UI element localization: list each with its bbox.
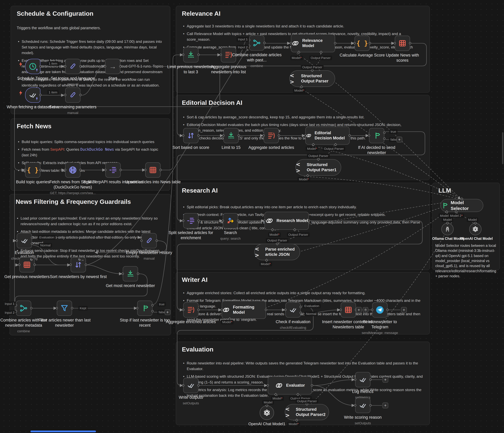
output-label: Evaluation xyxy=(303,304,321,308)
node-sort-based-on-score[interactable]: Sort based on score xyxy=(183,128,198,143)
node-get-most-recent-newsletter[interactable]: Get most recent newsletter xyxy=(123,266,138,281)
node-ollama-chat-model[interactable] xyxy=(441,223,454,235)
node-write-scoring-reason[interactable]: Write scoring reasonsetOutputs xyxy=(355,398,370,413)
table-icon xyxy=(398,39,406,47)
workflow-canvas[interactable]: Schedule & Configuration Triggers the wo… xyxy=(0,0,504,433)
connection-count-label: 1 item xyxy=(47,61,59,66)
bullet: Load prior context per topic/model: Eval… xyxy=(16,216,165,227)
node-set-remaining-parameters[interactable]: Set remaining parametersmanual xyxy=(65,88,81,103)
chain-icon xyxy=(265,216,274,225)
bullet: Route newsletter into eval pipeline: Wri… xyxy=(182,360,424,372)
section-title: News Filtering & Frequency Guardrails xyxy=(16,198,165,205)
model-port-label: Model xyxy=(442,217,453,222)
section-title: Editorial Decision AI xyxy=(182,99,424,106)
node-start[interactable]: → Start xyxy=(105,59,120,74)
add-node-button[interactable]: + xyxy=(356,307,362,313)
node-schedule-trigger[interactable]: Schedule Trigger xyxy=(25,59,40,74)
add-node-button[interactable]: + xyxy=(382,377,388,383)
node-write-outputs[interactable]: Write outputssetOutputs xyxy=(183,378,198,393)
output-parser-port-label: Output Parser xyxy=(309,56,332,60)
code-parser-icon: < > xyxy=(296,161,305,174)
section-title: Evaluation xyxy=(182,346,424,353)
node-get-previous-newsletters[interactable]: ↻ Get previous newsletters xyxy=(19,257,35,272)
delete-button[interactable] xyxy=(363,307,368,313)
node-upsert-articles-news-table[interactable]: Upsert articles into News table xyxy=(145,162,161,178)
input-label: Input 1 xyxy=(3,301,16,306)
double-check-icon xyxy=(20,237,28,245)
add-node-button[interactable]: + xyxy=(382,403,388,408)
node-tavily-search[interactable]: Searchquery: search xyxy=(223,213,238,228)
bullet: Scheduled runs: Schedule Trigger fires t… xyxy=(17,39,164,56)
section-title: Relevance AI xyxy=(182,10,424,17)
pencil-icon xyxy=(69,91,77,99)
chain-icon xyxy=(275,381,283,390)
node-research-model[interactable]: Research Model xyxy=(265,212,309,230)
vertical-scrollbar[interactable] xyxy=(502,132,503,164)
node-limit-previous-newsletters[interactable]: Limit previous newsletters to last 3 xyxy=(183,47,198,63)
node-combine-articles-last-newsletter[interactable]: Combine articles with last newsletter me… xyxy=(16,301,31,316)
node-structured-output-parser[interactable]: < > Structured Output Parser xyxy=(289,70,335,87)
horizontal-scrollbar[interactable] xyxy=(30,431,96,432)
node-relevance-model[interactable]: Relevance Model xyxy=(291,34,335,52)
node-split-selected-articles[interactable]: Split selected articles for enrichment xyxy=(183,213,198,228)
node-aggregate-enriched-articles[interactable]: Aggregate enriched articles xyxy=(183,302,198,317)
node-aggregate-sorted-articles[interactable]: Aggregate sorted articles xyxy=(264,128,279,143)
node-sort-newsletters-newest-first[interactable]: ↻→ Sort newsletters by newest first xyxy=(71,257,86,272)
node-build-topic-queries[interactable]: { } Build topic queries xyxy=(25,162,40,178)
node-parse-enriched-article-json[interactable]: < > Parse enriched article JSON xyxy=(254,244,300,260)
split-icon xyxy=(109,166,117,174)
node-when-fetching-dataset-row[interactable]: When fetching a dataset row xyxy=(25,88,40,103)
lightning-icon xyxy=(18,61,24,68)
node-check-if-evaluation[interactable]: Check if evaluationcheckIfEvaluating xyxy=(285,302,301,317)
output-parser-port-label: Output Parser xyxy=(307,153,330,158)
pencil-icon xyxy=(69,63,77,70)
node-limit-to-15[interactable]: Limit to 15 xyxy=(224,128,239,143)
node-openai-chat-model[interactable] xyxy=(469,223,481,235)
node-structured-output-parser2[interactable]: < > Structured Output Parser2 xyxy=(285,404,329,420)
input-label: Input 2 xyxy=(3,310,16,315)
node-if-ai-decided-to-send[interactable]: If AI decided to send newsletter xyxy=(369,128,384,143)
node-model-selector[interactable]: Model Selector xyxy=(440,199,483,212)
code-parser-icon: < > xyxy=(255,246,263,258)
node-empty-newsletter-history[interactable]: Empty Newsletter Historymanual xyxy=(142,233,157,248)
model-port-label: Model* xyxy=(221,320,234,324)
node-formatting-model[interactable]: Formatting Model xyxy=(222,301,266,319)
llama-icon xyxy=(444,226,451,233)
output-parser-port-label: Output Parser xyxy=(266,238,289,243)
bullet: Editorial Decision Model evaluates the b… xyxy=(182,122,424,133)
node-stop-if-newsletter-too-recent[interactable]: Stop if last newsletter is too recent xyxy=(137,301,153,316)
node-filter-articles-newer[interactable]: Filter articles newer than last newslett… xyxy=(57,301,72,316)
model-port-label: Model* xyxy=(259,262,272,266)
node-split-serpapi-results[interactable]: Split SerpAPI results into articles xyxy=(105,162,121,178)
search-arrows-icon xyxy=(226,217,234,225)
output-port[interactable] xyxy=(39,65,42,67)
node-calculate-average-score[interactable]: { } Calculate Average Score xyxy=(355,36,370,51)
code-braces-icon: { } xyxy=(27,166,38,174)
add-node-button[interactable]: + xyxy=(396,137,402,143)
node-send-newsletter-telegram[interactable]: Send newsletter to TelegramsendMessage: … xyxy=(372,302,387,317)
node-editorial-decision-model[interactable]: Editorial Decision Model xyxy=(305,126,350,144)
node-fetch-news-serpapi[interactable]: Fetch news from SerpAPI (DuckDuckGo News… xyxy=(65,162,81,178)
node-evaluation-switch[interactable]: EvaluationcheckIfEvaluating xyxy=(17,233,32,248)
model-port-label: Model xyxy=(467,217,478,222)
node-combine-candidate-articles[interactable]: Combine candidate articles with past...c… xyxy=(249,35,264,51)
trash-icon xyxy=(364,308,367,311)
node-label: Ollama Chat Model xyxy=(432,237,464,241)
globe-icon xyxy=(69,166,77,174)
output-label: true xyxy=(158,302,166,307)
aggregate-icon xyxy=(267,132,275,140)
limit-icon xyxy=(126,270,135,278)
node-insert-newsletter-content[interactable]: Insert newsletter content into Newslette… xyxy=(341,302,356,317)
node-openai-chat-model1[interactable]: OpenAI Chat Model1 xyxy=(260,406,274,420)
node-set-topics-and-language[interactable]: Set topics and languagemanual xyxy=(65,59,81,74)
node-log-metrics[interactable]: Log metricssetMetrics xyxy=(355,372,370,387)
pin-icon xyxy=(35,68,39,73)
node-update-news-with-scores[interactable]: Update News with scores xyxy=(395,36,410,51)
add-node-button[interactable]: + xyxy=(401,307,407,313)
openai-icon xyxy=(472,226,479,233)
pencil-icon xyxy=(145,237,153,245)
add-node-button[interactable]: + xyxy=(165,309,171,315)
input-label: Input 1 xyxy=(236,37,249,42)
node-structured-output-parser1[interactable]: < > Structured Output Parser1 xyxy=(296,159,341,176)
node-evaluator[interactable]: Evaluator xyxy=(268,377,312,395)
